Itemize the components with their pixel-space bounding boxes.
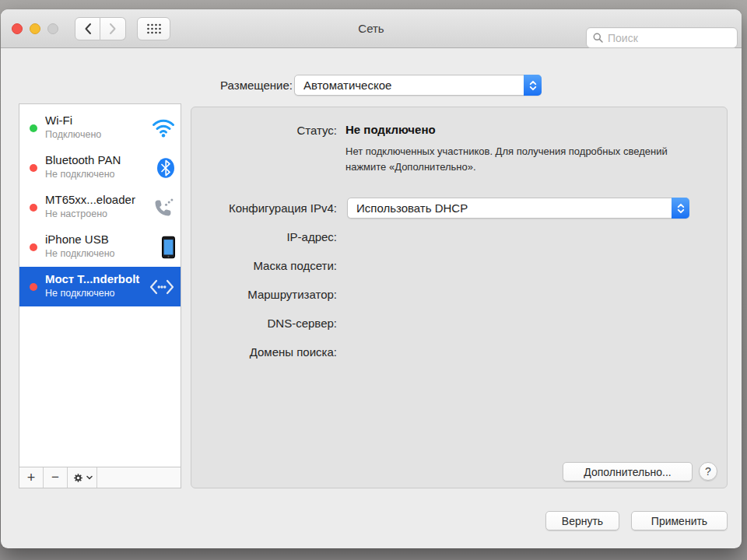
- modem-icon: [153, 198, 175, 217]
- add-service-button[interactable]: +: [19, 467, 44, 488]
- advanced-button[interactable]: Дополнительно...: [563, 462, 693, 481]
- search-icon: [593, 33, 603, 43]
- sidebar-toolbar: + −: [19, 467, 181, 488]
- status-dot: [30, 204, 37, 212]
- service-status: Не подключено: [45, 248, 148, 259]
- search-field[interactable]: [586, 27, 738, 48]
- details-panel: Статус: Не подключено Нет подключенных у…: [191, 107, 728, 488]
- status-value: Не подключено: [345, 123, 436, 136]
- remove-service-button[interactable]: −: [44, 467, 68, 488]
- field-label: Домены поиска:: [191, 338, 337, 366]
- dropdown-stepper-icon: [672, 198, 689, 219]
- search-input[interactable]: [608, 32, 731, 44]
- thunderbolt-bridge-icon: [149, 279, 175, 295]
- service-status: Не подключено: [45, 288, 148, 299]
- field-label: Маршрутизатор:: [191, 280, 337, 309]
- network-fields: IP-адрес: Маска подсети: Маршрутизатор: …: [191, 222, 337, 366]
- service-name: Bluetooth PAN: [45, 153, 148, 166]
- network-service-item[interactable]: iPhone USB Не подключено: [19, 227, 181, 267]
- iphone-icon: [162, 236, 175, 258]
- titlebar[interactable]: Сеть: [1, 9, 742, 48]
- wifi-icon: [152, 118, 175, 138]
- desktop-background: Сеть Размещение: Автоматическое: [0, 0, 747, 560]
- network-service-item[interactable]: MT65xx...eloader Не настроено: [19, 187, 181, 227]
- network-preferences-window: Сеть Размещение: Автоматическое: [1, 9, 742, 548]
- ipv4-config-label: Конфигурация IPv4:: [191, 201, 337, 215]
- actions-menu-button[interactable]: [68, 467, 97, 488]
- status-dot: [30, 164, 37, 172]
- location-label: Размещение:: [220, 75, 293, 96]
- sidebar-toolbar-spacer: [97, 467, 181, 488]
- status-dot: [30, 243, 37, 251]
- services-sidebar: Wi-Fi Подключено Bluetooth PAN Не подклю…: [19, 103, 181, 488]
- network-service-item[interactable]: Wi-Fi Подключено: [19, 108, 181, 148]
- service-name: Мост T...nderbolt: [45, 272, 148, 285]
- help-button[interactable]: ?: [699, 462, 717, 481]
- ipv4-config-value: Использовать DHCP: [356, 198, 667, 218]
- status-description: Нет подключенных участников. Для получен…: [345, 144, 668, 174]
- dropdown-stepper-icon: [524, 75, 542, 96]
- bluetooth-icon: [156, 157, 175, 178]
- service-status: Подключено: [45, 129, 148, 140]
- service-name: MT65xx...eloader: [45, 193, 148, 206]
- status-dot: [30, 124, 37, 132]
- chevron-down-icon: [86, 475, 93, 480]
- ipv4-config-dropdown[interactable]: Использовать DHCP: [347, 198, 689, 219]
- service-name: iPhone USB: [45, 233, 148, 246]
- revert-button[interactable]: Вернуть: [545, 511, 619, 530]
- service-name: Wi-Fi: [45, 114, 148, 127]
- service-status: Не настроено: [45, 208, 148, 219]
- field-label: DNS-сервер:: [191, 309, 337, 338]
- service-status: Не подключено: [45, 169, 148, 180]
- field-label: IP-адрес:: [191, 222, 337, 251]
- location-dropdown[interactable]: Автоматическое: [294, 75, 542, 96]
- services-list: Wi-Fi Подключено Bluetooth PAN Не подклю…: [19, 104, 181, 467]
- location-value: Автоматическое: [303, 75, 519, 95]
- network-service-item[interactable]: Мост T...nderbolt Не подключено: [19, 267, 181, 306]
- status-dot: [30, 283, 37, 291]
- apply-button[interactable]: Применить: [631, 511, 728, 530]
- status-label: Статус:: [191, 124, 337, 137]
- network-service-item[interactable]: Bluetooth PAN Не подключено: [19, 148, 181, 187]
- field-label: Маска подсети:: [191, 251, 337, 280]
- gear-icon: [72, 472, 84, 484]
